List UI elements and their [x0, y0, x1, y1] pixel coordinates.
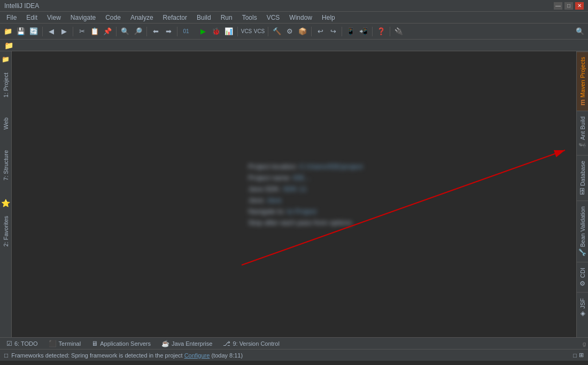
- separator-1: [42, 27, 43, 36]
- build2-btn[interactable]: ⚙: [284, 26, 296, 37]
- save-btn[interactable]: 💾: [15, 26, 27, 37]
- search-btn[interactable]: 🔍: [119, 26, 131, 37]
- sync-btn[interactable]: 🔄: [28, 26, 40, 37]
- paste-btn[interactable]: 📌: [102, 26, 113, 37]
- database-icon: 🗄: [579, 188, 586, 195]
- menu-item-tools[interactable]: Tools: [238, 13, 261, 22]
- separator-5: [177, 27, 177, 36]
- menu-item-run[interactable]: Run: [216, 13, 237, 22]
- vcs-icon: ⎇: [223, 340, 230, 347]
- redo-btn[interactable]: ↪: [327, 26, 339, 37]
- separator-7: [268, 27, 268, 36]
- sidebar-tab-structure[interactable]: 7: Structure: [1, 146, 11, 185]
- close-button[interactable]: ✕: [575, 2, 584, 10]
- replace-btn[interactable]: 🔎: [132, 26, 144, 37]
- right-tab-cdi-label: CDI: [579, 268, 586, 278]
- menu-item-edit[interactable]: Edit: [22, 13, 42, 22]
- maven-icon: m: [578, 99, 586, 106]
- menu-item-navigate[interactable]: Navigate: [66, 13, 100, 22]
- status-checkbox: □: [4, 352, 8, 359]
- sidebar-tab-favorites[interactable]: 2: Favorites: [1, 212, 11, 251]
- title-bar-controls: — □ ✕: [554, 2, 584, 10]
- status-icon-2: ⊞: [579, 352, 584, 359]
- cut-btn[interactable]: ✂: [76, 26, 88, 37]
- right-tab-database[interactable]: 🗄 Database: [577, 155, 588, 200]
- appservers-icon: 🖥: [91, 340, 98, 347]
- nav-back-btn[interactable]: ⬅: [150, 26, 161, 37]
- minimize-button[interactable]: —: [554, 2, 562, 10]
- debug-btn[interactable]: 🐞: [210, 26, 222, 37]
- info-row-2: Project name: IDE...: [248, 174, 363, 182]
- build1-btn[interactable]: 🔨: [271, 26, 283, 37]
- menu-bar: FileEditViewNavigateCodeAnalyzeRefactorB…: [0, 12, 588, 24]
- menu-item-build[interactable]: Build: [192, 13, 215, 22]
- title-bar-text: IntelliJ IDEA: [4, 2, 39, 10]
- menu-item-analyze[interactable]: Analyze: [126, 13, 158, 22]
- bottom-tab-appservers-label: Application Servers: [100, 340, 151, 347]
- bottom-tab-terminal-label: Terminal: [59, 340, 81, 347]
- bottom-tab-javaee-label: Java Enterprise: [172, 340, 212, 347]
- separator-4: [146, 27, 147, 36]
- right-tab-database-label: Database: [579, 161, 586, 186]
- right-tab-ant[interactable]: 🐜 Ant Build: [577, 111, 588, 155]
- coverage-btn[interactable]: 📊: [223, 26, 235, 37]
- right-tab-bean[interactable]: 🔧 Bean Validation: [577, 200, 588, 262]
- bottom-tab-vcs-label: 9: Version Control: [233, 340, 279, 347]
- maximize-button[interactable]: □: [564, 2, 573, 10]
- center-content: Project location: C:/Users/IDE/project P…: [248, 159, 363, 230]
- forward-btn[interactable]: ▶: [58, 26, 70, 37]
- run-btn[interactable]: ▶: [197, 26, 209, 37]
- copy-btn[interactable]: 📋: [89, 26, 100, 37]
- sidebar-tab-web[interactable]: Web: [1, 113, 11, 134]
- right-tab-cdi[interactable]: ⚙ CDI: [577, 262, 588, 292]
- ant-icon: 🐜: [579, 142, 586, 150]
- plugin-btn[interactable]: 🔌: [393, 26, 405, 37]
- info-row-5: Navigate to: to Project: [248, 207, 363, 215]
- configure-link[interactable]: Configure: [184, 352, 210, 359]
- info-row-3: Java SDK: SDK 11: [248, 185, 363, 193]
- right-tab-jsf[interactable]: ◈ JSF: [577, 292, 588, 323]
- menu-item-vcs[interactable]: VCS: [262, 13, 284, 22]
- back-btn[interactable]: ◀: [45, 26, 57, 37]
- event-log[interactable]: g: [583, 340, 586, 347]
- content-area: Project location: C:/Users/IDE/project P…: [12, 51, 576, 337]
- info-row-4: Java: Java: [248, 196, 363, 204]
- undo-btn[interactable]: ↩: [314, 26, 326, 37]
- right-tab-maven-label: Maven Projects: [579, 57, 586, 98]
- separator-3: [116, 27, 117, 36]
- nav-fwd-btn[interactable]: ➡: [163, 26, 174, 37]
- bean-icon: 🔧: [579, 248, 586, 257]
- toolbar-search-btn[interactable]: 🔍: [574, 26, 586, 37]
- bottom-tab-terminal[interactable]: ⬛ Terminal: [44, 339, 86, 348]
- left-tab-icon-top: 📁: [0, 53, 11, 65]
- bottom-tab-todo[interactable]: ☑ 6: TODO: [2, 339, 42, 348]
- menu-item-view[interactable]: View: [43, 13, 65, 22]
- javaee-icon: ☕: [161, 340, 169, 347]
- status-icons: □ ⊞: [573, 352, 584, 359]
- status-icon-1: □: [573, 352, 577, 359]
- new-folder-btn[interactable]: 📁: [2, 26, 14, 37]
- sidebar-tab-project[interactable]: 1: Project: [1, 68, 11, 102]
- menu-item-code[interactable]: Code: [101, 13, 125, 22]
- android2-btn[interactable]: 📲: [358, 26, 369, 37]
- vcs1-btn[interactable]: VCS: [241, 26, 252, 37]
- menu-item-file[interactable]: File: [2, 13, 21, 22]
- menu-item-help[interactable]: Help: [318, 13, 339, 22]
- bottom-tab-vcs[interactable]: ⎇ 9: Version Control: [219, 339, 283, 348]
- bottom-tabs: ☑ 6: TODO ⬛ Terminal 🖥 Application Serve…: [0, 337, 588, 349]
- menu-item-window[interactable]: Window: [285, 13, 316, 22]
- help-btn[interactable]: ❓: [375, 26, 387, 37]
- info-row-6: Stop after each pass from options: [248, 219, 363, 227]
- right-tab-maven[interactable]: m Maven Projects: [577, 51, 588, 111]
- bottom-tab-javaee[interactable]: ☕ Java Enterprise: [157, 339, 216, 348]
- right-tab-bean-label: Bean Validation: [579, 206, 586, 247]
- android1-btn[interactable]: 📱: [345, 26, 357, 37]
- right-sidebar: m Maven Projects 🐜 Ant Build 🗄 Database …: [576, 51, 588, 337]
- separator-11: [390, 27, 390, 36]
- menu-item-refactor[interactable]: Refactor: [159, 13, 191, 22]
- vcs2-btn[interactable]: VCS: [253, 26, 265, 37]
- build3-btn[interactable]: 📦: [297, 26, 308, 37]
- left-sidebar: 📁 1: Project Web 7: Structure ⭐ 2: Favor…: [0, 51, 12, 337]
- counter-btn[interactable]: 01: [180, 26, 192, 37]
- bottom-tab-appservers[interactable]: 🖥 Application Servers: [87, 339, 155, 348]
